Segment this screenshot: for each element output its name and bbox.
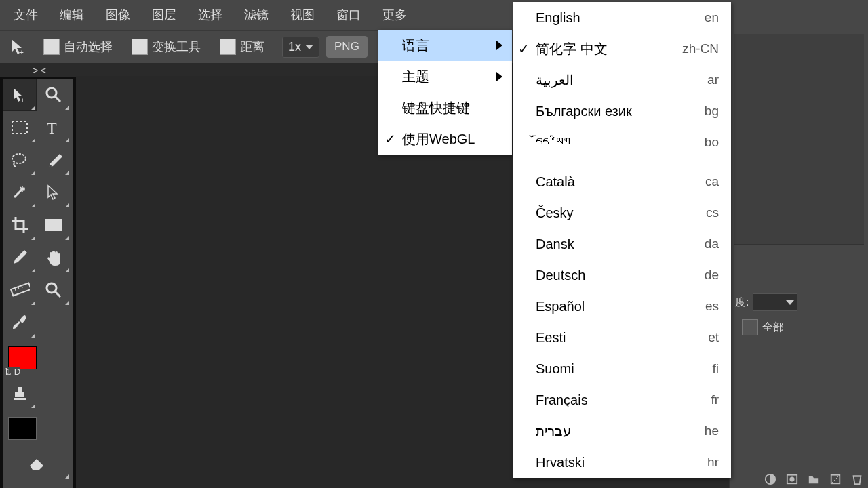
tool-rectangle[interactable] [37,209,71,241]
lang-name: Suomi [536,361,574,377]
tool-zoom[interactable] [37,79,71,111]
menu-window[interactable]: 窗口 [326,0,372,30]
tool-wand[interactable] [3,176,37,209]
check-icon: ✓ [384,131,396,147]
lock-all-checkbox[interactable] [742,319,758,336]
lang-option-hr[interactable]: Hrvatskihr [513,447,731,478]
opacity-select[interactable] [753,293,797,311]
more-dropdown: 语言 主题 键盘快捷键 ✓ 使用WebGL [378,30,512,155]
lang-option-ar[interactable]: العربيةar [513,64,731,96]
new-layer-icon[interactable] [829,473,842,485]
transform-checkbox[interactable] [132,39,148,55]
menu-select[interactable]: 选择 [187,0,233,30]
lang-name: Français [536,392,588,408]
lang-code: de [705,268,719,283]
svg-point-19 [789,476,794,481]
transform-label: 变换工具 [152,39,201,55]
auto-select-checkbox[interactable] [43,39,60,55]
more-keyboard[interactable]: 键盘快捷键 [378,92,512,123]
svg-text:+: + [20,49,24,56]
tool-eraser[interactable] [3,447,71,480]
lang-name: 简化字 中文 [536,40,608,58]
lang-option-et[interactable]: Eestiet [513,322,731,353]
lang-name: Български език [536,104,632,119]
lang-name: English [536,10,580,26]
menu-edit[interactable]: 编辑 [49,0,95,30]
distance-checkbox[interactable] [220,39,236,55]
adjustment-icon[interactable] [764,473,777,485]
svg-line-14 [55,291,60,297]
lang-code: ca [705,174,719,189]
lang-option-zh-CN[interactable]: ✓简化字 中文zh-CN [513,33,731,64]
lang-code: en [705,10,719,25]
lang-code: bg [705,104,719,119]
folder-icon[interactable] [807,473,821,485]
language-submenu: Englishen✓简化字 中文zh-CNالعربيةarБългарски … [513,2,731,478]
lang-option-de[interactable]: Deutschde [513,260,731,291]
lang-name: Català [536,174,575,190]
lang-option-he[interactable]: עבריתhe [513,415,731,447]
lang-option-cs[interactable]: Českycs [513,197,731,228]
submenu-arrow-icon [496,72,502,81]
trash-icon[interactable] [850,473,864,485]
tool-type[interactable]: T [37,111,71,144]
tool-hand[interactable] [37,241,71,274]
lang-option-bo[interactable]: བོད་ཡིགbo [513,127,731,158]
lang-option-da[interactable]: Danskda [513,228,731,260]
tool-rect-select[interactable] [3,111,37,144]
menu-more[interactable]: 更多 [372,0,418,30]
svg-rect-4 [12,121,27,134]
tool-gradient[interactable] [3,480,71,488]
lang-option-fi[interactable]: Suomifi [513,353,731,384]
lang-option-fr[interactable]: Françaisfr [513,384,731,415]
right-panel: 度: 全部 [729,30,868,488]
menu-filter[interactable]: 滤镜 [233,0,279,30]
opacity-label: 度: [735,296,749,310]
current-tool-icon: + [4,33,33,60]
more-language-label: 语言 [402,37,429,55]
tool-pen[interactable] [37,144,71,176]
menu-file[interactable]: 文件 [3,0,49,30]
lang-code: es [705,299,719,314]
lang-option-ca[interactable]: Catalàca [513,166,731,197]
tool-lasso[interactable] [3,144,37,176]
tool-eyedropper[interactable] [3,241,37,274]
more-webgl-label: 使用WebGL [402,130,475,148]
svg-line-3 [55,96,60,102]
zoom-value: 1x [288,40,301,54]
tool-stamp[interactable] [3,377,37,409]
tool-ruler[interactable] [3,274,37,306]
tool-brush[interactable] [3,306,37,339]
check-icon: ✓ [518,41,530,57]
more-language[interactable]: 语言 [378,30,512,61]
lang-name: Español [536,299,585,314]
svg-point-7 [49,165,52,167]
tool-foreground-color[interactable]: ⇅ D [3,339,42,377]
export-png-button[interactable]: PNG [326,36,368,58]
svg-text:+: + [21,97,24,104]
lang-option-en[interactable]: Englishen [513,2,731,33]
tool-background-color[interactable] [3,409,42,447]
more-webgl[interactable]: ✓ 使用WebGL [378,123,512,155]
tool-crop[interactable] [3,209,37,241]
zoom-select[interactable]: 1x [282,37,319,58]
more-keyboard-label: 键盘快捷键 [402,99,470,117]
lang-code: zh-CN [682,41,719,56]
layer-footer-icons [764,473,864,485]
panel-upper [734,34,864,245]
more-theme[interactable]: 主题 [378,61,512,92]
tool-magnify[interactable] [37,274,71,306]
tool-path-select[interactable] [37,176,71,209]
lang-name: עברית [536,423,572,439]
svg-point-13 [47,283,56,293]
mask-icon[interactable] [785,473,799,485]
lang-option-bg[interactable]: Български езикbg [513,96,731,127]
lang-code: et [708,330,719,345]
menu-image[interactable]: 图像 [95,0,141,30]
lang-option-es[interactable]: Españoles [513,291,731,322]
tool-move[interactable]: + [3,79,37,111]
more-theme-label: 主题 [402,68,429,86]
menu-view[interactable]: 视图 [279,0,326,30]
menu-layer[interactable]: 图层 [141,0,187,30]
svg-line-10 [15,288,16,291]
